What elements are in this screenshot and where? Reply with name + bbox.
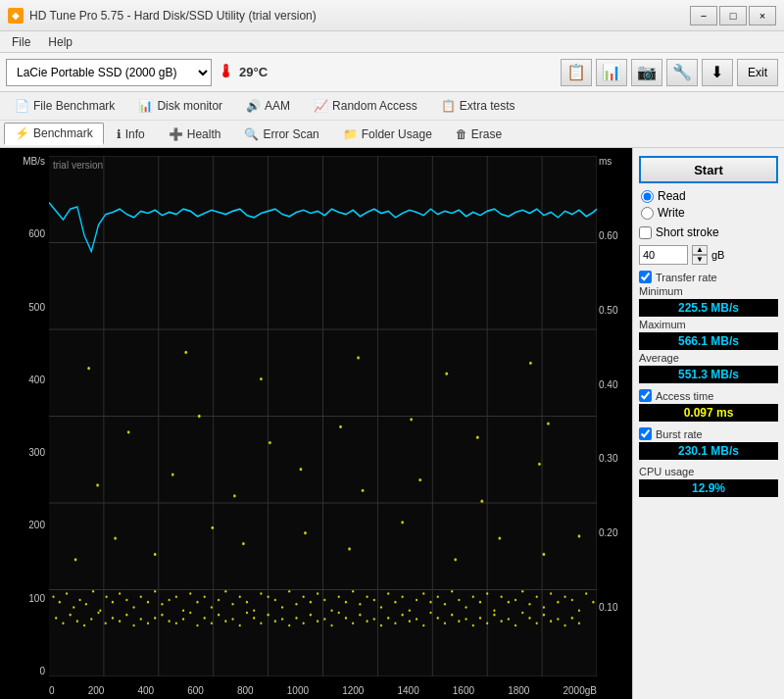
svg-point-38 [189,592,191,595]
spin-input-value[interactable] [639,245,688,265]
x-label-800: 800 [237,685,254,696]
svg-point-164 [536,623,538,625]
temperature-value: 29°C [239,65,268,79]
svg-point-64 [373,599,375,602]
minimum-value: 225.5 MB/s [639,299,778,317]
radio-write-item[interactable]: Write [641,206,778,220]
short-stroke-item[interactable]: Short stroke [639,225,778,239]
svg-point-190 [538,463,541,466]
tab-benchmark[interactable]: ⚡ Benchmark [4,123,104,145]
temperature-display: 🌡 29°C [218,62,268,82]
y-right-ms: ms [599,156,612,167]
cpu-usage-label: CPU usage [639,466,778,477]
tab-erase[interactable]: 🗑 Erase [445,124,513,145]
svg-point-101 [90,618,92,621]
tab-folder-usage[interactable]: 📁 Folder Usage [332,124,443,145]
svg-point-183 [96,483,99,486]
svg-point-147 [416,618,417,621]
average-label: Average [639,352,778,364]
svg-point-91 [564,595,565,598]
minimize-button[interactable]: − [690,6,717,25]
y-label-300: 300 [28,447,45,458]
chart-svg [49,156,597,676]
burst-rate-checkbox-item[interactable]: Burst rate [639,427,778,440]
menu-file[interactable]: File [4,33,38,50]
y-label-600: 600 [28,228,45,239]
tab-info[interactable]: ℹ Info [106,124,156,145]
toolbar: LaCie Portable SSD (2000 gB) 🌡 29°C 📋 📊 … [0,53,784,92]
tab-health[interactable]: ➕ Health [158,124,232,145]
exit-button[interactable]: Exit [737,59,778,86]
drive-selector[interactable]: LaCie Portable SSD (2000 gB) [6,59,212,86]
maximum-value: 566.1 MB/s [639,332,778,350]
tab-error-scan[interactable]: 🔍 Error Scan [233,124,329,145]
svg-point-41 [211,606,213,609]
maximize-button[interactable]: □ [719,6,747,25]
svg-point-72 [429,601,431,604]
svg-point-129 [288,624,290,627]
info-icon: ℹ [117,127,122,141]
svg-point-35 [169,599,171,602]
tab-random-access[interactable]: 📈 Random Access [303,95,428,117]
svg-point-180 [498,536,501,539]
svg-point-174 [211,526,214,529]
y-label-500: 500 [28,302,45,313]
toolbar-btn-2[interactable]: 📊 [596,59,627,86]
burst-rate-checkbox[interactable] [639,427,652,440]
svg-point-127 [274,620,276,623]
access-time-label: Access time [656,390,713,402]
svg-point-162 [521,612,523,615]
transfer-rate-checkbox-item[interactable]: Transfer rate [639,271,778,283]
cpu-usage-block: CPU usage 12.9% [639,466,778,497]
start-button[interactable]: Start [639,156,778,183]
svg-point-57 [323,599,325,602]
y-label-100: 100 [28,593,45,604]
transfer-rate-checkbox[interactable] [639,271,652,283]
access-time-checkbox-item[interactable]: Access time [639,389,778,402]
svg-point-65 [380,606,382,609]
toolbar-btn-3[interactable]: 📷 [631,59,662,86]
close-button[interactable]: × [749,6,776,25]
spin-down-button[interactable]: ▼ [692,255,708,265]
window-title: HD Tune Pro 5.75 - Hard Disk/SSD Utility… [29,9,317,23]
svg-point-136 [338,612,340,615]
radio-read-item[interactable]: Read [641,189,778,203]
toolbar-btn-1[interactable]: 📋 [561,59,592,86]
svg-point-184 [172,473,174,475]
svg-point-21 [73,606,74,609]
svg-point-141 [373,618,375,621]
svg-point-54 [303,595,305,598]
svg-point-48 [260,592,262,595]
transfer-rate-label: Transfer rate [656,272,717,283]
short-stroke-label: Short stroke [656,225,719,239]
benchmark-icon: ⚡ [15,126,29,140]
toolbar-btn-4[interactable]: 🔧 [666,59,698,86]
health-icon: ➕ [169,127,183,141]
toolbar-btn-5[interactable]: ⬇ [702,59,733,86]
svg-point-84 [514,599,516,602]
spin-buttons: ▲ ▼ [692,245,708,265]
svg-point-51 [281,606,283,609]
access-time-checkbox[interactable] [639,389,652,402]
svg-point-58 [330,610,332,613]
menu-help[interactable]: Help [40,33,80,50]
svg-point-50 [274,599,276,602]
svg-point-159 [501,620,503,623]
spin-up-button[interactable]: ▲ [692,245,708,255]
x-label-1000: 1000 [287,685,309,696]
svg-point-176 [304,531,307,534]
tab-extra-tests[interactable]: 📋 Extra tests [430,95,526,117]
svg-point-110 [154,617,156,620]
error-scan-icon: 🔍 [244,127,259,141]
tab-disk-monitor[interactable]: 📊 Disk monitor [127,95,233,117]
svg-point-185 [233,494,236,497]
short-stroke-checkbox[interactable] [639,226,652,239]
radio-read[interactable] [641,190,654,203]
radio-group: Read Write [639,189,778,220]
tab-aam[interactable]: 🔊 AAM [235,95,301,117]
radio-write[interactable] [641,207,654,220]
svg-point-203 [529,362,532,365]
svg-point-70 [416,599,417,602]
tab-file-benchmark[interactable]: 📄 File Benchmark [4,95,125,117]
svg-point-80 [486,592,488,595]
